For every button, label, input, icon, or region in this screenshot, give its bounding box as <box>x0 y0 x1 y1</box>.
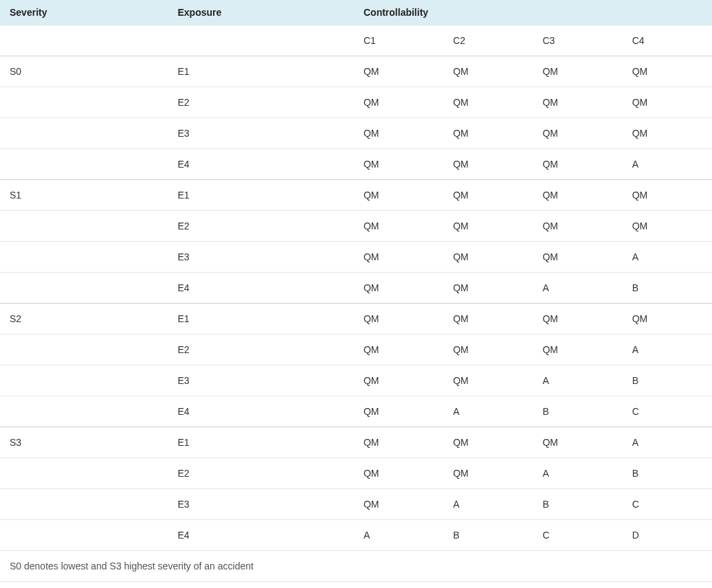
value-cell: QM <box>443 273 533 304</box>
value-cell: QM <box>623 118 712 149</box>
value-cell: QM <box>623 56 712 87</box>
value-cell: QM <box>623 180 712 211</box>
table-body: C1 C2 C3 C4 S0 E1 QM QM QM QM E2 QM QM Q… <box>0 25 712 551</box>
value-cell: QM <box>443 365 533 396</box>
value-cell: QM <box>623 211 712 242</box>
value-cell: A <box>443 489 533 520</box>
value-cell: QM <box>443 458 533 489</box>
severity-cell <box>0 365 168 396</box>
table-row: E4 A B C D <box>0 520 712 551</box>
value-cell: QM <box>354 87 443 118</box>
severity-cell <box>0 149 168 180</box>
value-cell: QM <box>354 273 443 304</box>
table-row: E2 QM QM QM QM <box>0 211 712 242</box>
table-row: S1 E1 QM QM QM QM <box>0 180 712 211</box>
exposure-cell: E2 <box>168 458 354 489</box>
value-cell: QM <box>354 180 443 211</box>
severity-cell <box>0 458 168 489</box>
value-cell: QM <box>354 427 443 458</box>
value-cell: A <box>623 242 712 273</box>
col-c1: C1 <box>354 25 443 56</box>
exposure-cell: E2 <box>168 211 354 242</box>
value-cell: QM <box>533 149 622 180</box>
value-cell: QM <box>443 242 533 273</box>
value-cell: QM <box>354 489 443 520</box>
value-cell: B <box>533 396 622 427</box>
value-cell: QM <box>354 211 443 242</box>
table-row: E3 QM QM QM QM <box>0 118 712 149</box>
table-row: S0 E1 QM QM QM QM <box>0 56 712 87</box>
table-row: S3 E1 QM QM QM A <box>0 427 712 458</box>
value-cell: QM <box>533 304 622 335</box>
table-row: E4 QM QM A B <box>0 273 712 304</box>
col-c3: C3 <box>533 25 622 56</box>
value-cell: QM <box>354 396 443 427</box>
value-cell: QM <box>443 427 533 458</box>
footnote-row: S0 denotes lowest and S3 highest severit… <box>0 551 712 582</box>
value-cell: QM <box>354 242 443 273</box>
table-row: E2 QM QM QM QM <box>0 87 712 118</box>
header-exposure: Exposure <box>168 0 354 25</box>
controllability-subheader-row: C1 C2 C3 C4 <box>0 25 712 56</box>
severity-cell <box>0 87 168 118</box>
value-cell: QM <box>533 211 622 242</box>
table-row: E2 QM QM A B <box>0 458 712 489</box>
value-cell: QM <box>443 149 533 180</box>
col-c4: C4 <box>623 25 712 56</box>
value-cell: B <box>623 458 712 489</box>
severity-cell <box>0 211 168 242</box>
value-cell: C <box>623 396 712 427</box>
value-cell: QM <box>533 427 622 458</box>
table-header-row: Severity Exposure Controllability <box>0 0 712 25</box>
table-row: E3 QM A B C <box>0 489 712 520</box>
exposure-cell: E2 <box>168 335 354 365</box>
value-cell: A <box>533 458 622 489</box>
exposure-cell: E1 <box>168 427 354 458</box>
value-cell: QM <box>443 56 533 87</box>
value-cell: A <box>623 427 712 458</box>
table-row: E2 QM QM QM A <box>0 335 712 365</box>
exposure-cell: E1 <box>168 56 354 87</box>
value-cell: D <box>623 520 712 551</box>
exposure-cell: E3 <box>168 489 354 520</box>
exposure-cell: E4 <box>168 149 354 180</box>
severity-cell <box>0 273 168 304</box>
value-cell: QM <box>533 118 622 149</box>
footnote: S0 denotes lowest and S3 highest severit… <box>0 551 712 582</box>
value-cell: C <box>623 489 712 520</box>
severity-cell <box>0 335 168 365</box>
value-cell: QM <box>354 365 443 396</box>
value-cell: QM <box>623 87 712 118</box>
exposure-cell: E4 <box>168 273 354 304</box>
value-cell: A <box>623 335 712 365</box>
exposure-cell: E3 <box>168 365 354 396</box>
severity-cell: S3 <box>0 427 168 458</box>
value-cell: A <box>354 520 443 551</box>
value-cell: B <box>533 489 622 520</box>
value-cell: A <box>443 396 533 427</box>
value-cell: QM <box>443 335 533 365</box>
value-cell: B <box>623 273 712 304</box>
exposure-cell: E1 <box>168 180 354 211</box>
exposure-cell: E4 <box>168 520 354 551</box>
footnote-row: E0 denotes lowest and E4 highest exposur… <box>0 582 712 589</box>
value-cell: QM <box>533 56 622 87</box>
severity-cell: S1 <box>0 180 168 211</box>
severity-cell <box>0 520 168 551</box>
value-cell: QM <box>533 180 622 211</box>
value-cell: QM <box>443 304 533 335</box>
value-cell: A <box>623 149 712 180</box>
value-cell: QM <box>533 87 622 118</box>
value-cell: A <box>533 273 622 304</box>
table-row: E4 QM A B C <box>0 396 712 427</box>
exposure-cell: E2 <box>168 87 354 118</box>
value-cell: QM <box>533 242 622 273</box>
empty-cell <box>168 25 354 56</box>
severity-cell <box>0 242 168 273</box>
value-cell: QM <box>354 458 443 489</box>
severity-cell <box>0 489 168 520</box>
value-cell: QM <box>354 118 443 149</box>
value-cell: QM <box>533 335 622 365</box>
value-cell: QM <box>354 56 443 87</box>
value-cell: QM <box>443 118 533 149</box>
